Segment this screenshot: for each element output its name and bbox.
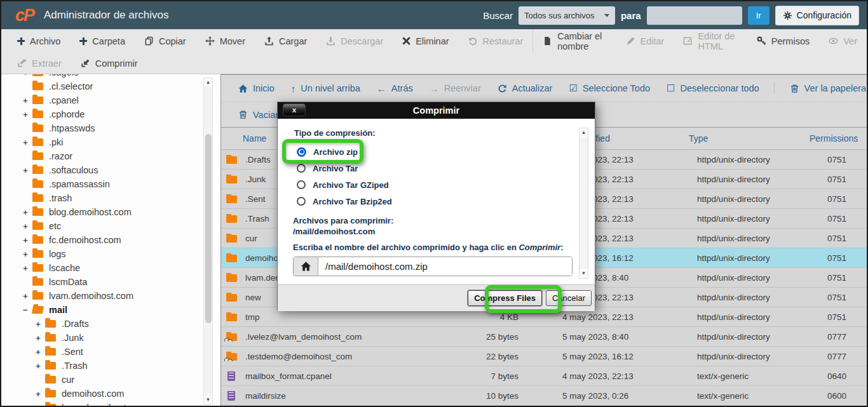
tree-item[interactable]: + .cpanel <box>1 93 203 107</box>
delete-button[interactable]: Eliminar <box>393 29 458 53</box>
tree-item[interactable]: + demoihost.com <box>1 387 203 401</box>
view-trash-button[interactable]: Ver la papelera <box>774 83 868 93</box>
tree-item[interactable]: + etc <box>1 219 203 233</box>
tree-item[interactable]: .htpasswds <box>1 121 203 135</box>
tree-expander[interactable]: + <box>23 110 32 119</box>
extract-button[interactable]: Extraer <box>8 53 71 74</box>
tree-item[interactable]: + .Sent <box>1 345 203 359</box>
copy-button[interactable]: Copiar <box>135 29 196 53</box>
restore-button[interactable]: Restaurar <box>459 29 533 53</box>
tree-item[interactable]: − mail <box>1 303 203 317</box>
tree-expander[interactable]: + <box>23 250 32 259</box>
tree-item[interactable]: + lscache <box>1 261 203 275</box>
scroll-down-arrow[interactable]: ▼ <box>204 396 212 404</box>
tree-expander[interactable]: + <box>23 138 32 147</box>
view-button[interactable]: Ver <box>819 29 867 53</box>
download-button[interactable]: Descargar <box>316 29 393 53</box>
radio-option[interactable]: Archivo Tar Bzip2ed <box>293 193 580 210</box>
tree-item[interactable]: + .Drafts <box>1 317 203 331</box>
tree-expander[interactable]: + <box>23 236 32 245</box>
tree-item[interactable]: + fc.demoihost.com <box>1 233 203 247</box>
upload-button[interactable]: Cargar <box>255 29 316 53</box>
tree-item[interactable]: + .Junk <box>1 331 203 345</box>
radio-icon[interactable] <box>297 180 306 189</box>
file-modified: 4 may 2023, 22:13 <box>526 312 684 322</box>
scrollbar-thumb[interactable] <box>205 134 212 323</box>
tree-item[interactable]: + .pki <box>1 135 203 149</box>
tree-expander[interactable]: + <box>36 319 45 329</box>
tree-expander[interactable]: + <box>23 264 32 273</box>
edit-button[interactable]: Editar <box>616 29 674 53</box>
permissions-button[interactable]: Permisos <box>747 29 819 53</box>
tree-expander[interactable]: + <box>36 333 45 343</box>
tree-item[interactable]: .razor <box>1 149 203 163</box>
new-file-button[interactable]: Archivo <box>8 29 70 53</box>
settings-button[interactable]: Configuración <box>775 6 859 25</box>
search-go-button[interactable]: Ir <box>748 6 770 25</box>
tree-expander[interactable]: + <box>23 96 32 105</box>
search-scope-select[interactable]: Todos sus archivos <box>519 6 615 25</box>
tree-item[interactable]: .cl.selector <box>1 79 203 93</box>
tree-expander[interactable]: + <box>36 347 45 357</box>
tree-expander[interactable]: + <box>36 403 45 407</box>
search-input[interactable] <box>647 6 742 25</box>
file-type: httpd/unix-directory <box>684 293 804 302</box>
files-to-compress-path: /mail/demoihost.com <box>293 226 580 237</box>
tree-item[interactable]: + lvam.demoihost.com <box>1 401 203 407</box>
sidebar-scrollbar[interactable]: ▲ ▼ <box>203 77 213 405</box>
back-button[interactable]: ←Atrás <box>369 83 421 93</box>
tree-item[interactable]: + blog.demoihost.com <box>1 205 203 219</box>
table-row[interactable]: maildirsize 10 bytes 5 may 2023, 0:26 te… <box>221 386 868 406</box>
tree-item[interactable]: + .cagefs <box>1 74 203 79</box>
up-one-level-button[interactable]: ↑Un nivel arriba <box>283 83 369 93</box>
scroll-up-arrow[interactable]: ▲ <box>204 78 212 87</box>
scroll-down-arrow[interactable]: ▼ <box>580 269 588 278</box>
scroll-up-arrow[interactable]: ▲ <box>580 128 588 137</box>
column-header-permissions[interactable]: Permissions <box>804 133 868 143</box>
move-icon <box>205 36 215 46</box>
close-icon[interactable]: x <box>283 103 306 116</box>
html-editor-button[interactable]: Editor de HTML <box>674 29 747 53</box>
folder-icon <box>32 208 43 216</box>
tree-item[interactable]: + .Trash <box>1 359 203 373</box>
tree-item[interactable]: + .softaculous <box>1 163 203 177</box>
tree-expander[interactable]: + <box>23 74 32 77</box>
tree-item[interactable]: cur <box>1 373 203 387</box>
tree-expander[interactable]: + <box>23 291 32 301</box>
dialog-scrollbar[interactable]: ▲ ▼ <box>579 128 588 279</box>
compress-button[interactable]: Comprimir <box>71 53 147 74</box>
file-icon <box>227 391 235 401</box>
toolbar: Archivo Carpeta Copiar Mover Cargar Desc… <box>1 29 867 74</box>
tree-expander[interactable]: + <box>36 389 45 399</box>
table-row[interactable]: mailbox_format.cpanel 7 bytes 4 may 2023… <box>221 366 868 386</box>
reload-button[interactable]: Actualizar <box>489 83 561 93</box>
tree-expander[interactable]: − <box>23 305 32 315</box>
tree-item[interactable]: lscmData <box>1 275 203 289</box>
radio-icon[interactable] <box>297 197 306 206</box>
tree-expander[interactable]: + <box>23 208 32 217</box>
tree-expander[interactable]: + <box>23 222 32 231</box>
tree-item[interactable]: .trash <box>1 191 203 205</box>
forward-button[interactable]: →Reenviar <box>421 83 489 93</box>
table-row[interactable]: .testdemo@demoihost_com 22 bytes 5 may 2… <box>221 347 868 366</box>
rename-button[interactable]: Cambiar el nombre <box>532 29 616 53</box>
select-all-button[interactable]: ☑Seleccione Todo <box>560 83 658 94</box>
unselect-all-button[interactable]: ☐Deseleccionar todo <box>658 83 768 94</box>
archive-name-input[interactable] <box>318 257 572 276</box>
tree-expander[interactable]: + <box>36 361 45 371</box>
radio-option[interactable]: Archivo Tar GZiped <box>293 177 580 193</box>
column-header-type[interactable]: Type <box>684 133 804 143</box>
tree-item-label: .razor <box>49 151 72 161</box>
tree-item[interactable]: + lvam.demoihost.com <box>1 289 203 303</box>
table-row[interactable]: .lvelez@lvam_demoihost_com 25 bytes 5 ma… <box>221 327 868 347</box>
move-button[interactable]: Mover <box>196 29 255 53</box>
tree-item[interactable]: + .cphorde <box>1 107 203 121</box>
tree-item[interactable]: + logs <box>1 247 203 261</box>
file-type: httpd/unix-directory <box>684 194 804 204</box>
home-button[interactable]: Inicio <box>230 83 283 93</box>
search-scope-value: Todos sus archivos <box>524 11 595 20</box>
new-folder-button[interactable]: Carpeta <box>70 29 135 53</box>
tree-item[interactable]: .spamassassin <box>1 177 203 191</box>
tree-expander[interactable]: + <box>23 166 32 175</box>
radio-icon[interactable] <box>297 164 306 173</box>
